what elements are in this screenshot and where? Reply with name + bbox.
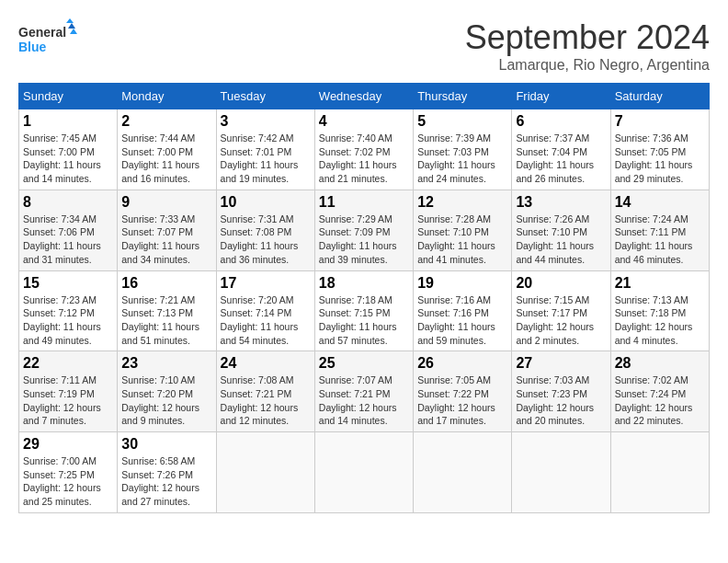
calendar-week-4: 22Sunrise: 7:11 AMSunset: 7:19 PMDayligh…	[19, 351, 710, 432]
table-row: 16Sunrise: 7:21 AMSunset: 7:13 PMDayligh…	[118, 270, 216, 351]
table-row: 29Sunrise: 7:00 AMSunset: 7:25 PMDayligh…	[19, 432, 118, 513]
table-row: 5Sunrise: 7:39 AMSunset: 7:03 PMDaylight…	[414, 109, 512, 190]
table-row: 13Sunrise: 7:26 AMSunset: 7:10 PMDayligh…	[512, 190, 610, 270]
table-row	[512, 432, 610, 513]
table-row: 9Sunrise: 7:33 AMSunset: 7:07 PMDaylight…	[118, 190, 216, 270]
table-row: 26Sunrise: 7:05 AMSunset: 7:22 PMDayligh…	[414, 351, 512, 432]
svg-marker-4	[70, 29, 77, 34]
table-row	[610, 432, 709, 513]
table-row: 6Sunrise: 7:37 AMSunset: 7:04 PMDaylight…	[512, 109, 610, 190]
svg-marker-2	[66, 18, 74, 23]
table-row: 15Sunrise: 7:23 AMSunset: 7:12 PMDayligh…	[19, 270, 118, 351]
calendar-header-row: Sunday Monday Tuesday Wednesday Thursday…	[19, 84, 710, 109]
table-row: 1Sunrise: 7:45 AMSunset: 7:00 PMDaylight…	[19, 109, 118, 190]
table-row: 4Sunrise: 7:40 AMSunset: 7:02 PMDaylight…	[314, 109, 413, 190]
table-row: 28Sunrise: 7:02 AMSunset: 7:24 PMDayligh…	[610, 351, 709, 432]
table-row: 30Sunrise: 6:58 AMSunset: 7:26 PMDayligh…	[118, 432, 216, 513]
table-row: 8Sunrise: 7:34 AMSunset: 7:06 PMDaylight…	[19, 190, 118, 270]
col-sunday: Sunday	[19, 84, 118, 109]
table-row: 10Sunrise: 7:31 AMSunset: 7:08 PMDayligh…	[216, 190, 314, 270]
col-thursday: Thursday	[414, 84, 512, 109]
table-row: 11Sunrise: 7:29 AMSunset: 7:09 PMDayligh…	[314, 190, 413, 270]
table-row: 17Sunrise: 7:20 AMSunset: 7:14 PMDayligh…	[216, 270, 314, 351]
table-row: 24Sunrise: 7:08 AMSunset: 7:21 PMDayligh…	[216, 351, 314, 432]
logo-icon: General Blue	[18, 18, 83, 60]
calendar-week-2: 8Sunrise: 7:34 AMSunset: 7:06 PMDaylight…	[19, 190, 710, 270]
svg-text:General: General	[18, 25, 66, 40]
svg-marker-3	[68, 23, 75, 29]
svg-text:Blue: Blue	[18, 40, 47, 54]
table-row: 12Sunrise: 7:28 AMSunset: 7:10 PMDayligh…	[414, 190, 512, 270]
table-row: 19Sunrise: 7:16 AMSunset: 7:16 PMDayligh…	[414, 270, 512, 351]
page-header: General Blue September 2024 Lamarque, Ri…	[18, 18, 710, 74]
page-subtitle: Lamarque, Rio Negro, Argentina	[465, 57, 710, 74]
logo: General Blue	[18, 18, 83, 60]
table-row: 22Sunrise: 7:11 AMSunset: 7:19 PMDayligh…	[19, 351, 118, 432]
table-row: 21Sunrise: 7:13 AMSunset: 7:18 PMDayligh…	[610, 270, 709, 351]
table-row	[414, 432, 512, 513]
title-block: September 2024 Lamarque, Rio Negro, Arge…	[465, 18, 710, 74]
calendar-week-3: 15Sunrise: 7:23 AMSunset: 7:12 PMDayligh…	[19, 270, 710, 351]
col-tuesday: Tuesday	[216, 84, 314, 109]
calendar-week-5: 29Sunrise: 7:00 AMSunset: 7:25 PMDayligh…	[19, 432, 710, 513]
table-row	[216, 432, 314, 513]
table-row: 18Sunrise: 7:18 AMSunset: 7:15 PMDayligh…	[314, 270, 413, 351]
table-row: 20Sunrise: 7:15 AMSunset: 7:17 PMDayligh…	[512, 270, 610, 351]
col-monday: Monday	[118, 84, 216, 109]
table-row: 27Sunrise: 7:03 AMSunset: 7:23 PMDayligh…	[512, 351, 610, 432]
calendar-table: Sunday Monday Tuesday Wednesday Thursday…	[18, 83, 710, 513]
col-wednesday: Wednesday	[314, 84, 413, 109]
page-title: September 2024	[465, 18, 710, 57]
calendar-week-1: 1Sunrise: 7:45 AMSunset: 7:00 PMDaylight…	[19, 109, 710, 190]
col-saturday: Saturday	[610, 84, 709, 109]
col-friday: Friday	[512, 84, 610, 109]
table-row: 7Sunrise: 7:36 AMSunset: 7:05 PMDaylight…	[610, 109, 709, 190]
table-row: 23Sunrise: 7:10 AMSunset: 7:20 PMDayligh…	[118, 351, 216, 432]
table-row	[314, 432, 413, 513]
table-row: 3Sunrise: 7:42 AMSunset: 7:01 PMDaylight…	[216, 109, 314, 190]
table-row: 25Sunrise: 7:07 AMSunset: 7:21 PMDayligh…	[314, 351, 413, 432]
table-row: 2Sunrise: 7:44 AMSunset: 7:00 PMDaylight…	[118, 109, 216, 190]
table-row: 14Sunrise: 7:24 AMSunset: 7:11 PMDayligh…	[610, 190, 709, 270]
